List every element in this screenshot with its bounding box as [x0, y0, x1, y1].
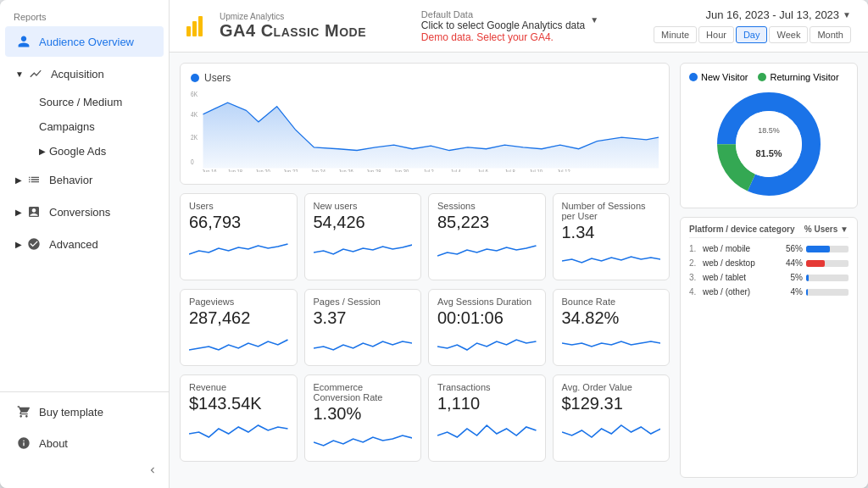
- about-label: About: [39, 437, 68, 450]
- platform-row-4-bar: [806, 289, 808, 296]
- svg-text:6K: 6K: [191, 90, 198, 98]
- users-legend-dot: [191, 74, 199, 82]
- stat-value-sessions-per-user: 1.34: [562, 223, 661, 242]
- svg-text:Jun 16: Jun 16: [202, 168, 217, 172]
- platform-row-3-bar-bg: [806, 274, 849, 281]
- platform-row-3-num: 3.: [689, 273, 699, 282]
- main-chart: Users 6K 4K 2K 0: [180, 63, 670, 185]
- returning-visitor-label: Returning Visitor: [770, 72, 838, 82]
- sparkline-avg-duration: [437, 331, 537, 355]
- sidebar-item-behavior[interactable]: ▶ Behavior: [5, 164, 164, 195]
- donut-legend: New Visitor Returning Visitor: [689, 72, 849, 82]
- left-content: Users 6K 4K 2K 0: [180, 63, 670, 478]
- sparkline-bounce-rate: [562, 331, 661, 355]
- datasource-label: Default Data: [421, 9, 585, 19]
- platform-col1-header: Platform / device category: [689, 225, 795, 234]
- stat-card-avg-duration: Avg Sessions Duration 00:01:06: [428, 289, 546, 366]
- platform-row-2-name: web / desktop: [703, 258, 776, 268]
- logo: [186, 16, 203, 36]
- datasource-selector[interactable]: Default Data Click to select Google Anal…: [421, 9, 598, 31]
- demo-note: Demo data. Select your GA4.: [421, 31, 554, 43]
- new-visitor-legend: New Visitor: [689, 72, 748, 82]
- sparkline-users: [189, 236, 288, 259]
- svg-text:4K: 4K: [191, 110, 198, 119]
- platform-row-4-num: 4.: [689, 287, 699, 297]
- svg-text:Jun 26: Jun 26: [338, 168, 353, 172]
- platform-row-3-bar: [806, 274, 809, 281]
- platform-row-2-bar: [806, 260, 825, 267]
- sidebar-item-conversions[interactable]: ▶ Conversions: [5, 197, 164, 227]
- svg-text:Jul 8: Jul 8: [504, 168, 515, 172]
- right-panel: New Visitor Returning Visitor: [680, 63, 858, 478]
- stat-card-pages-per-session: Pages / Session 3.37: [304, 289, 422, 366]
- stat-card-avg-order-value: Avg. Order Value $129.31: [553, 374, 670, 462]
- platform-row-2-pct: 44%: [779, 258, 803, 268]
- sparkline-new-users: [314, 236, 413, 259]
- platform-row-1-name: web / mobile: [703, 244, 776, 253]
- stat-card-pageviews: Pageviews 287,462: [180, 289, 298, 366]
- sidebar-item-audience-overview[interactable]: Audience Overview: [5, 26, 164, 57]
- stat-card-sessions: Sessions 85,223: [428, 193, 546, 280]
- stat-value-conversion-rate: 1.30%: [314, 404, 413, 424]
- audience-overview-label: Audience Overview: [39, 36, 134, 48]
- advanced-label: Advanced: [49, 238, 98, 251]
- chevron-right-behavior-icon: ▶: [15, 175, 22, 185]
- svg-text:Jul 2: Jul 2: [424, 168, 435, 172]
- svg-text:Jul 12: Jul 12: [557, 168, 570, 172]
- advanced-icon: [25, 236, 42, 252]
- users-legend-label: Users: [204, 72, 231, 84]
- collapse-sidebar-button[interactable]: [0, 459, 169, 481]
- stats-grid-bottom: Revenue $143.54K Ecommerce Conversion Ra…: [180, 374, 670, 462]
- platform-col2-header: % Users ▼: [804, 225, 849, 234]
- returning-visitor-legend: Returning Visitor: [758, 72, 838, 82]
- time-btn-week[interactable]: Week: [769, 26, 808, 43]
- sidebar-item-campaigns[interactable]: Campaigns: [5, 115, 164, 138]
- stat-card-transactions: Transactions 1,110: [428, 374, 546, 462]
- platform-row-1: 1. web / mobile 56%: [689, 241, 849, 256]
- platform-row-3-name: web / tablet: [703, 273, 776, 282]
- date-range-selector[interactable]: Jun 16, 2023 - Jul 13, 2023 ▼: [706, 8, 851, 21]
- svg-point-20: [736, 111, 802, 177]
- platform-header: Platform / device category % Users ▼: [689, 225, 849, 238]
- svg-text:Jul 4: Jul 4: [451, 168, 462, 172]
- chevron-right-icon: ▶: [39, 147, 46, 156]
- platform-row-1-bar: [806, 246, 830, 252]
- sidebar-item-buy-template[interactable]: Buy template: [5, 396, 164, 427]
- time-btn-day[interactable]: Day: [736, 26, 768, 43]
- date-range-value: Jun 16, 2023 - Jul 13, 2023: [706, 8, 840, 21]
- platform-row-1-pct: 56%: [779, 244, 803, 253]
- platform-row-3-pct: 5%: [779, 273, 803, 282]
- sparkline-conversion-rate: [314, 427, 413, 451]
- sidebar-item-about[interactable]: About: [5, 428, 164, 458]
- date-range-arrow: ▼: [843, 10, 851, 19]
- stat-value-pages-per-session: 3.37: [314, 308, 413, 328]
- users-chart-svg: 6K 4K 2K 0: [191, 87, 659, 172]
- datasource-value[interactable]: Click to select Google Analytics data: [421, 19, 585, 31]
- platform-row-4: 4. web / (other) 4%: [689, 285, 849, 299]
- platform-row-2: 2. web / desktop 44%: [689, 256, 849, 270]
- svg-text:81.5%: 81.5%: [755, 148, 782, 158]
- stat-value-pageviews: 287,462: [189, 308, 288, 328]
- time-granularity-selector: Minute Hour Day Week Month: [654, 26, 851, 43]
- time-btn-month[interactable]: Month: [810, 26, 851, 43]
- sidebar-item-advanced[interactable]: ▶ Advanced: [5, 229, 164, 259]
- stat-value-bounce-rate: 34.82%: [562, 308, 661, 328]
- sidebar-item-acquisition[interactable]: ▼ Acquisition: [5, 58, 164, 89]
- platform-row-1-bar-bg: [806, 246, 849, 252]
- stat-label-sessions: Sessions: [437, 201, 537, 211]
- time-btn-minute[interactable]: Minute: [654, 26, 697, 43]
- sidebar-item-source-medium[interactable]: Source / Medium: [5, 91, 164, 114]
- main-content: Upmize Analytics GA4 Classic Mode Defaul…: [170, 0, 868, 488]
- stat-card-revenue: Revenue $143.54K: [180, 374, 298, 462]
- stat-label-conversion-rate: Ecommerce Conversion Rate: [314, 382, 413, 402]
- platform-row-2-bar-bg: [806, 260, 849, 267]
- svg-text:Jul 10: Jul 10: [529, 168, 542, 172]
- stat-value-revenue: $143.54K: [189, 394, 288, 413]
- content-area: Users 6K 4K 2K 0: [170, 53, 868, 488]
- svg-text:Jun 30: Jun 30: [394, 168, 409, 172]
- stat-label-transactions: Transactions: [437, 382, 537, 392]
- donut-card: New Visitor Returning Visitor: [680, 63, 858, 208]
- time-btn-hour[interactable]: Hour: [698, 26, 734, 43]
- platform-row-3: 3. web / tablet 5%: [689, 270, 849, 285]
- sidebar-item-google-ads[interactable]: ▶ Google Ads: [5, 140, 164, 163]
